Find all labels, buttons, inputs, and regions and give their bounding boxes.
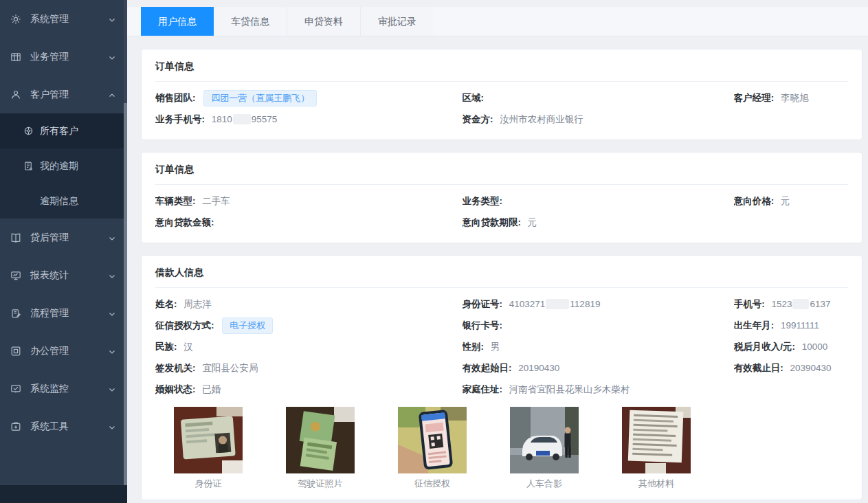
chevron-down-icon [108, 53, 116, 61]
sidebar-item-report-stats[interactable]: 报表统计 [0, 256, 127, 294]
field-intended-loan-amount: 意向贷款金额: [155, 216, 463, 229]
sidebar-item-process-mgmt[interactable]: 流程管理 [0, 294, 127, 332]
sidebar-item-label: 系统工具 [30, 421, 69, 433]
field-label: 身份证号: [463, 299, 503, 309]
sidebar-scrollbar[interactable] [124, 0, 127, 503]
field-label: 业务手机号: [155, 114, 205, 124]
field-value: 19911111 [781, 320, 819, 331]
photo-caption: 驾驶证照片 [286, 478, 355, 490]
field-label: 银行卡号: [463, 320, 503, 331]
photo-green-booklet[interactable]: 驾驶证照片 [286, 407, 355, 490]
field-label: 意向贷款期限: [463, 217, 522, 227]
photo-caption: 征信授权 [398, 478, 467, 490]
sidebar-item-postloan-mgmt[interactable]: 贷后管理 [0, 219, 127, 256]
tabbar-wrap: 用户信息 车贷信息 申贷资料 审批记录 [127, 0, 868, 36]
sidebar: 系统管理 业务管理 客户管理 所有客户 [0, 0, 127, 503]
field-label: 出生年月: [734, 320, 775, 331]
field-fund-provider: 资金方: 汝州市农村商业银行 [463, 113, 734, 126]
photo-handwritten-document[interactable]: 其他材料 [622, 407, 691, 490]
field-label: 手机号: [734, 299, 765, 309]
field-vehicle-type: 车辆类型: 二手车 [155, 195, 463, 208]
field-value: 汝州市农村商业银行 [500, 114, 583, 124]
grid-icon [10, 52, 21, 63]
sidebar-item-office-mgmt[interactable]: 办公管理 [0, 332, 127, 370]
field-valid-from: 有效起始日: 20190430 [463, 362, 734, 375]
field-valid-until: 有效截止日: 20390430 [734, 362, 848, 375]
field-gender: 性别: 男 [463, 341, 734, 353]
field-label: 婚姻状态: [155, 384, 196, 394]
sidebar-item-business-mgmt[interactable]: 业务管理 [0, 38, 127, 76]
sidebar-item-label: 报表统计 [30, 269, 69, 282]
sidebar-item-overdue-info[interactable]: 逾期信息 [0, 183, 127, 219]
phone-qr-photo-image [398, 407, 467, 473]
sidebar-item-system-tools[interactable]: 系统工具 [0, 407, 127, 445]
field-label: 姓名: [155, 299, 177, 309]
tab-user-info[interactable]: 用户信息 [141, 7, 214, 36]
field-label: 税后月收入/元: [734, 342, 795, 352]
photo-phone-qr[interactable]: 征信授权 [398, 407, 467, 490]
field-label: 家庭住址: [463, 384, 503, 394]
archive-icon [10, 346, 21, 357]
sidebar-item-system-monitor[interactable]: 系统监控 [0, 370, 127, 407]
field-name: 姓名: 周志洋 [155, 298, 463, 311]
field-region: 区域: [463, 92, 734, 104]
field-issuing-authority: 签发机关: 宜阳县公安局 [155, 362, 463, 375]
field-home-address: 家庭住址: 河南省宜阳县花果山乡木柴村 [463, 383, 734, 396]
field-value: 20390430 [790, 363, 831, 373]
gear-icon [10, 14, 21, 25]
clipboard-icon [10, 308, 21, 319]
field-label: 销售团队: [155, 93, 196, 103]
field-value: 已婚 [202, 384, 221, 394]
field-label: 车辆类型: [155, 196, 196, 206]
field-value-suffix: 6137 [810, 299, 830, 309]
field-value: 二手车 [202, 196, 230, 206]
chevron-down-icon [108, 271, 116, 280]
sidebar-item-system-mgmt[interactable]: 系统管理 [0, 0, 127, 38]
tab-approval-records[interactable]: 审批记录 [361, 7, 434, 36]
field-value: 20190430 [518, 363, 559, 373]
field-intended-price: 意向价格: 元 [734, 195, 848, 208]
toolbox-icon [10, 421, 21, 432]
sidebar-item-label: 所有客户 [40, 125, 78, 137]
field-business-phone: 业务手机号: 181095575 [155, 113, 463, 126]
sidebar-item-my-overdue[interactable]: 我的逾期 [0, 148, 127, 183]
document-photo-image [622, 407, 691, 473]
field-account-manager: 客户经理: 李晓旭 [734, 92, 848, 104]
photo-id-card[interactable]: 身份证 [174, 407, 243, 490]
person-car-photo-image [510, 407, 579, 473]
document-photos: 身份证 [174, 407, 848, 490]
photo-caption: 其他材料 [622, 478, 691, 490]
sidebar-scrollbar-thumb[interactable] [124, 103, 127, 503]
field-value-prefix: 4103271 [509, 299, 546, 309]
tab-car-loan-info[interactable]: 车贷信息 [214, 7, 287, 36]
field-value: 元 [781, 196, 790, 206]
sidebar-item-customer-mgmt[interactable]: 客户管理 [0, 76, 127, 113]
field-sales-team: 销售团队: 四团一营（直属王鹏飞） [155, 90, 463, 107]
sidebar-item-label: 逾期信息 [40, 195, 78, 208]
sidebar-item-all-customers[interactable]: 所有客户 [0, 113, 127, 148]
field-marital-status: 婚姻状态: 已婚 [155, 383, 463, 396]
sidebar-item-label: 流程管理 [30, 307, 69, 320]
sales-team-tag: 四团一营（直属王鹏飞） [203, 90, 317, 107]
app-window: 系统管理 业务管理 客户管理 所有客户 [0, 0, 868, 503]
chevron-down-icon [108, 347, 116, 355]
field-value-suffix: 112819 [570, 299, 600, 309]
field-birth-date: 出生年月: 19911111 [734, 320, 848, 332]
sidebar-item-label: 我的逾期 [40, 160, 78, 172]
sidebar-item-label: 客户管理 [30, 89, 69, 101]
field-value: 男 [491, 342, 500, 352]
open-book-icon [10, 232, 21, 243]
field-label: 区域: [463, 93, 485, 103]
monitor-icon [10, 270, 21, 281]
chevron-down-icon [108, 234, 116, 242]
field-credit-auth-method: 征信授权方式: 电子授权 [155, 317, 463, 334]
photo-person-with-car[interactable]: 人车合影 [510, 407, 579, 490]
photo-caption: 身份证 [174, 478, 243, 490]
field-value-prefix: 1523 [771, 299, 792, 309]
tab-loan-application-docs[interactable]: 申贷资料 [287, 7, 361, 36]
main-content: 用户信息 车贷信息 申贷资料 审批记录 订单信息 销售团队: 四团一营（直属王鹏… [127, 0, 868, 503]
field-label: 有效截止日: [734, 363, 783, 373]
field-label: 资金方: [463, 114, 493, 124]
field-label: 业务类型: [463, 196, 503, 206]
field-value: 宜阳县公安局 [202, 363, 258, 373]
